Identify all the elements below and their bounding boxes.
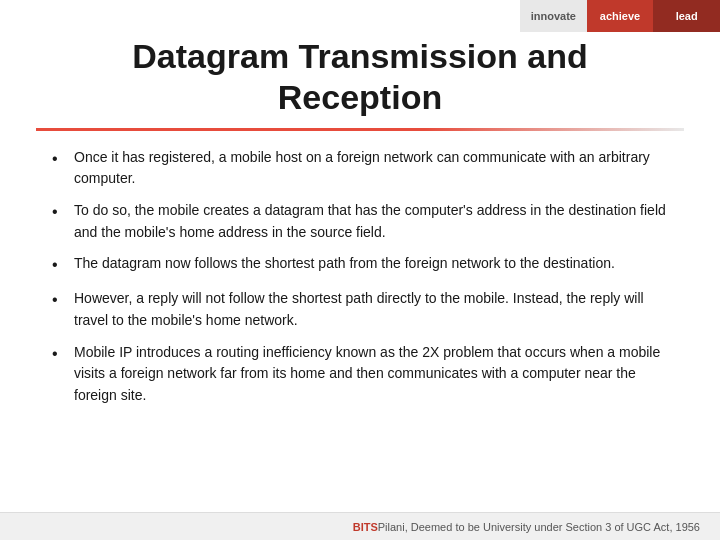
bullet-text: Once it has registered, a mobile host on… xyxy=(74,147,668,190)
bullet-icon: • xyxy=(52,200,70,225)
title-line1: Datagram Transmission and xyxy=(132,37,587,75)
achieve-segment: achieve xyxy=(587,0,654,32)
footer-bits-label: BITS xyxy=(353,521,378,533)
innovate-segment: innovate xyxy=(520,0,587,32)
bullet-text: The datagram now follows the shortest pa… xyxy=(74,253,668,275)
list-item: • However, a reply will not follow the s… xyxy=(52,288,668,331)
list-item: • Once it has registered, a mobile host … xyxy=(52,147,668,190)
title-line2: Reception xyxy=(278,78,442,116)
achieve-label: achieve xyxy=(600,10,640,22)
lead-segment: lead xyxy=(653,0,720,32)
footer-rest: Pilani, Deemed to be University under Se… xyxy=(378,521,700,533)
top-bar: innovate achieve lead xyxy=(520,0,720,32)
bullet-text: However, a reply will not follow the sho… xyxy=(74,288,668,331)
list-item: • The datagram now follows the shortest … xyxy=(52,253,668,278)
bullet-text: To do so, the mobile creates a datagram … xyxy=(74,200,668,243)
bullet-icon: • xyxy=(52,288,70,313)
list-item: • Mobile IP introduces a routing ineffic… xyxy=(52,342,668,407)
title-divider xyxy=(36,128,684,131)
lead-label: lead xyxy=(676,10,698,22)
bullet-text: Mobile IP introduces a routing inefficie… xyxy=(74,342,668,407)
innovate-label: innovate xyxy=(531,10,576,22)
footer: BITS Pilani, Deemed to be University und… xyxy=(0,512,720,540)
list-item: • To do so, the mobile creates a datagra… xyxy=(52,200,668,243)
bullet-icon: • xyxy=(52,253,70,278)
content-area: • Once it has registered, a mobile host … xyxy=(0,147,720,407)
bullet-icon: • xyxy=(52,342,70,367)
bullet-icon: • xyxy=(52,147,70,172)
page-title: Datagram Transmission and Reception xyxy=(0,36,720,118)
